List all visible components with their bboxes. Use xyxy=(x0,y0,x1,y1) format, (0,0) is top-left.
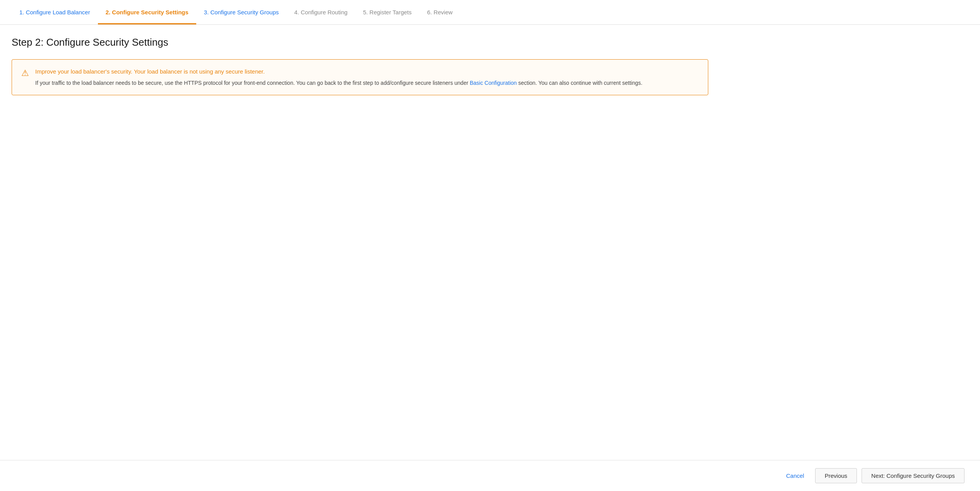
warning-content: Improve your load balancer's security. Y… xyxy=(35,67,699,87)
warning-icon: ⚠ xyxy=(21,68,29,87)
tab-configure-security-groups[interactable]: 3. Configure Security Groups xyxy=(196,0,286,24)
next-button[interactable]: Next: Configure Security Groups xyxy=(862,468,965,483)
tab-configure-security-settings[interactable]: 2. Configure Security Settings xyxy=(98,0,196,24)
tab-review: 6. Review xyxy=(420,0,461,24)
main-content: Step 2: Configure Security Settings ⚠ Im… xyxy=(0,25,980,142)
warning-box: ⚠ Improve your load balancer's security.… xyxy=(12,59,708,95)
tab-register-targets: 5. Register Targets xyxy=(355,0,420,24)
tab-configure-routing: 4. Configure Routing xyxy=(286,0,355,24)
warning-title: Improve your load balancer's security. Y… xyxy=(35,67,699,76)
page-title: Step 2: Configure Security Settings xyxy=(12,36,968,48)
tab-navigation: 1. Configure Load Balancer 2. Configure … xyxy=(0,0,980,25)
basic-configuration-link[interactable]: Basic Configuration xyxy=(470,80,517,86)
cancel-button[interactable]: Cancel xyxy=(780,469,810,483)
footer: Cancel Previous Next: Configure Security… xyxy=(0,460,980,491)
previous-button[interactable]: Previous xyxy=(815,468,857,483)
tab-configure-load-balancer[interactable]: 1. Configure Load Balancer xyxy=(12,0,98,24)
warning-body: If your traffic to the load balancer nee… xyxy=(35,79,699,87)
warning-body-before-link: If your traffic to the load balancer nee… xyxy=(35,80,470,86)
warning-body-after-link: section. You can also continue with curr… xyxy=(517,80,642,86)
